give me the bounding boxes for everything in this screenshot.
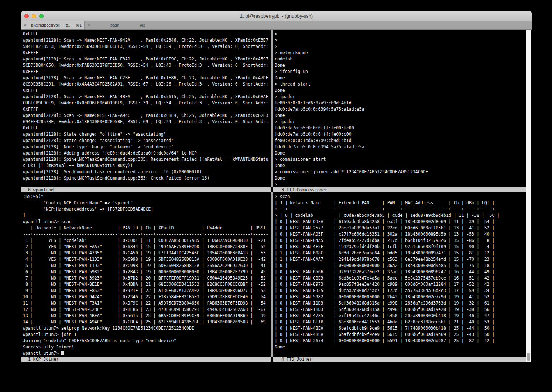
tab-shortcut: ⌘2 <box>139 23 145 27</box>
tab-label: bash <box>92 23 137 27</box>
pane-title-ftd-commissioner: 3 FTD Commissioner <box>273 187 526 192</box>
tab-bar: ✕ pi@raspberrypi: ~ (g... ⌘1 ✕ bash ⌘2 <box>21 21 532 30</box>
ftd-scan-done: Done <box>275 344 526 350</box>
ncp-joiner-intro-text: :55:05)" "Config:NCP:DriverName" => "spi… <box>23 194 271 225</box>
tab-close-icon[interactable]: ✕ <box>87 23 90 27</box>
wpantund-log-text: 0xFFFF wpantund[2128]: Scan -> Name:NEST… <box>23 31 271 181</box>
ftd-commissioner-text: > > > > networkname codelab Done > ifcon… <box>275 31 526 187</box>
tab-ssh-session[interactable]: ✕ pi@raspberrypi: ~ (g... ⌘1 <box>21 21 85 29</box>
scan-table-rows: 1 | YES | "codelab" | 0xC0DE | 11 | C0DE… <box>23 237 271 325</box>
pane-ftd-commissioner[interactable]: > > > > networkname codelab Done > ifcon… <box>273 30 526 187</box>
tab-bash[interactable]: ✕ bash ⌘2 <box>85 21 148 29</box>
tab-shortcut: ⌘1 <box>76 23 82 27</box>
scrollbar-track[interactable] <box>526 30 531 362</box>
terminal-cursor <box>61 351 64 355</box>
pane-wpantund[interactable]: 0xFFFF wpantund[2128]: Scan -> Name:NEST… <box>21 30 271 187</box>
scan-table-header: | Joinable | NetworkName | PAN ID | Ch |… <box>23 225 271 231</box>
tab-label: pi@raspberrypi: ~ (g... <box>29 23 73 27</box>
ftd-scan-table-rows: > | 0 | codelab | c0de7ab5c0de7ab5 | c0d… <box>275 212 526 344</box>
ftd-scan-table-separator: +---+------------------+----------------… <box>275 206 526 212</box>
pane-title-wpantund: 0 wpantund <box>21 187 271 192</box>
pane-ftd-joiner[interactable]: > scan | J | Network Name | Extended PAN… <box>273 192 526 357</box>
zoom-window-button[interactable] <box>39 14 44 18</box>
prompt-line: wpanctl:utun7> <box>23 350 271 357</box>
terminal-window: 1. pi@raspberrypi: ~ (gnubby-ssh) ✕ pi@r… <box>21 11 532 392</box>
ftd-scan-command: > scan <box>275 194 526 200</box>
traffic-lights <box>24 14 44 18</box>
close-window-button[interactable] <box>24 14 29 18</box>
minimize-window-button[interactable] <box>32 14 36 18</box>
pane-divider-vertical-top[interactable] <box>271 30 273 187</box>
pane-title-ftd-joiner: 4 FTD Joiner <box>273 357 526 362</box>
pane-divider-vertical-bottom[interactable] <box>271 192 273 357</box>
tab-close-icon[interactable]: ✕ <box>24 23 27 27</box>
window-titlebar[interactable]: 1. pi@raspberrypi: ~ (gnubby-ssh) <box>21 11 532 21</box>
terminal-content: 0xFFFF wpantund[2128]: Scan -> Name:NEST… <box>21 30 532 392</box>
pane-title-ncp-joiner: 1 NCP Joiner <box>21 357 271 362</box>
prompt-text: wpanctl:utun7> <box>23 351 61 356</box>
ftd-scan-table-header: | J | Network Name | Extended PAN | PAN … <box>275 200 526 206</box>
scan-table-separator: ---+----------+----------------------+--… <box>23 231 271 237</box>
scrollbar-thumb[interactable] <box>527 353 530 361</box>
window-title: 1. pi@raspberrypi: ~ (gnubby-ssh) <box>21 11 532 21</box>
pane-ncp-joiner[interactable]: :55:05)" "Config:NCP:DriverName" => "spi… <box>21 192 271 357</box>
ncp-joiner-output-text: wpanctl:utun7> setprop Network:Key 1234C… <box>23 325 271 350</box>
